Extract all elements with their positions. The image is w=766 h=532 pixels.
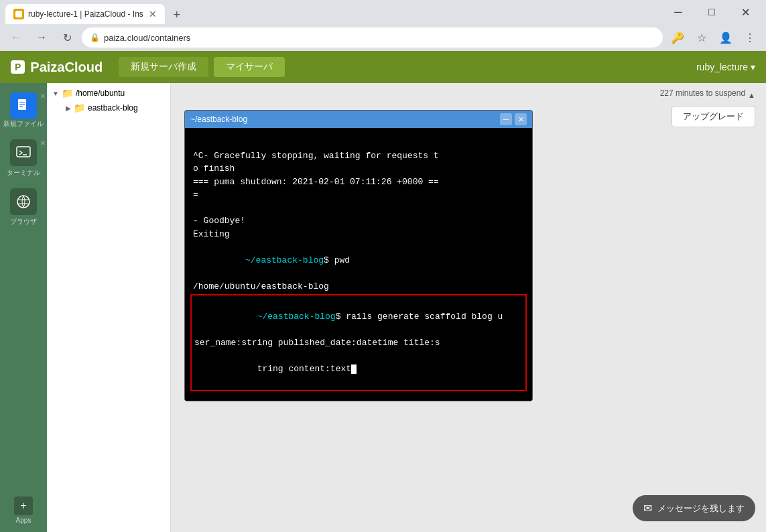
terminal-body[interactable]: ^C- Gracefully stopping, waiting for req…	[185, 128, 532, 401]
window-controls: ─ □ ✕	[663, 2, 761, 22]
forward-button[interactable]: →	[31, 27, 52, 48]
user-menu[interactable]: ruby_lecture ▾	[696, 62, 755, 72]
terminal-line-3: o finish	[193, 162, 524, 176]
paiza-logo-text: PaizaCloud	[30, 60, 103, 75]
more-options-icon[interactable]: ⋮	[739, 27, 761, 48]
svg-rect-1	[19, 102, 25, 103]
terminal-cursor	[351, 364, 357, 374]
browser-chrome: ruby-lecture-1 | PaizaCloud - Ins ✕ + ─ …	[0, 0, 766, 51]
terminal-prompt-1: ~/eastback-blog$ pwd	[193, 241, 524, 280]
restore-button[interactable]: □	[696, 2, 727, 22]
toolbar-icons: 🔑 ☆ 👤 ⋮	[667, 27, 761, 48]
sidebar-item-active[interactable]: 新規ファイル ✕	[0, 88, 47, 133]
terminal-line-7: - Goodbye!	[193, 214, 524, 228]
active-tab[interactable]: ruby-lecture-1 | PaizaCloud - Ins ✕	[5, 4, 165, 24]
terminal-titlebar: ~/eastback-blog ─ ✕	[185, 111, 532, 128]
star-icon[interactable]: ☆	[691, 27, 712, 48]
terminal-window: ~/eastback-blog ─ ✕ ^C- Gracefully stopp…	[184, 110, 533, 401]
terminal-line-1	[193, 136, 524, 149]
svg-point-6	[17, 196, 29, 208]
terminal-line-5: =	[193, 188, 524, 202]
tab-title: ruby-lecture-1 | PaizaCloud - Ins	[28, 9, 143, 19]
file-tree-blog[interactable]: ▶ 📁 eastback-blog	[47, 101, 170, 115]
message-button-label: メッセージを残します	[657, 503, 745, 515]
sidebar-browser-label: ブラウザ	[10, 217, 37, 226]
dropdown-chevron-icon: ▾	[751, 62, 755, 72]
terminal-cmd-2-line1: ~/eastback-blog$ rails generate scaffold…	[194, 297, 523, 336]
file-tree-panel: ▼ 📁 /home/ubuntu ▶ 📁 eastback-blog	[47, 83, 171, 532]
sidebar-item-terminal[interactable]: ターミナル ✕	[0, 135, 47, 182]
terminal-line-6	[193, 202, 524, 215]
browser-toolbar: ← → ↻ 🔒 paiza.cloud/containers 🔑 ☆ 👤 ⋮	[0, 24, 766, 51]
close-button[interactable]: ✕	[730, 2, 761, 22]
user-name: ruby_lecture	[696, 62, 748, 72]
upgrade-button[interactable]: アップグレード	[672, 106, 755, 127]
terminal-output-1: /home/ubuntu/eastback-blog	[193, 280, 524, 293]
my-server-button[interactable]: マイサーバ	[214, 57, 285, 77]
blog-folder-label: eastback-blog	[88, 103, 138, 113]
terminal-line-4: === puma shutdown: 2021-02-01 07:11:26 +…	[193, 176, 524, 189]
tree-collapsed-arrow: ▶	[66, 105, 71, 112]
apps-label: Apps	[16, 517, 31, 524]
browser-icon-box	[10, 188, 37, 215]
terminal-highlighted-cmd: ~/eastback-blog$ rails generate scaffold…	[190, 294, 527, 391]
apps-plus-icon: +	[14, 496, 33, 515]
terminal-icon	[15, 145, 31, 161]
sidebar-terminal-label: ターミナル	[7, 168, 40, 178]
paiza-logo-icon: P	[11, 60, 25, 74]
tab-favicon	[13, 9, 24, 19]
paiza-logo: P PaizaCloud	[11, 60, 103, 75]
suspend-timer: 227 minutes to suspend	[660, 88, 745, 98]
refresh-button[interactable]: ↻	[56, 27, 78, 48]
tree-expand-arrow: ▼	[52, 90, 59, 97]
svg-rect-3	[19, 106, 23, 107]
terminal-close-button[interactable]: ✕	[515, 113, 527, 125]
browser-titlebar: ruby-lecture-1 | PaizaCloud - Ins ✕ + ─ …	[0, 0, 766, 24]
terminal-cmd-2-line3: tring content:text	[194, 349, 523, 389]
address-bar[interactable]: 🔒 paiza.cloud/containers	[82, 27, 663, 48]
minimize-button[interactable]: ─	[663, 2, 694, 22]
terminal-cmd-2: $ rails generate scaffold blog u	[336, 312, 503, 322]
terminal-icon-box	[10, 139, 37, 166]
browser-tabs: ruby-lecture-1 | PaizaCloud - Ins ✕ +	[5, 0, 186, 24]
paiza-nav: P PaizaCloud 新規サーバ作成 マイサーバ ruby_lecture …	[0, 51, 766, 83]
terminal-window-title: ~/eastback-blog	[190, 115, 247, 124]
sidebar-apps-button[interactable]: + Apps	[14, 496, 33, 524]
sidebar-close-x[interactable]: ✕	[40, 92, 46, 100]
address-text: paiza.cloud/containers	[104, 33, 190, 43]
home-folder-icon: 📁	[62, 88, 73, 98]
terminal-minimize-button[interactable]: ─	[500, 113, 512, 125]
message-button[interactable]: ✉ メッセージを残します	[633, 495, 755, 521]
terminal-window-controls: ─ ✕	[500, 113, 527, 125]
envelope-icon: ✉	[643, 502, 652, 515]
content-area: 227 minutes to suspend ▲ アップグレード ~/eastb…	[171, 83, 766, 532]
document-icon	[15, 98, 31, 114]
terminal-prompt-2: ~/eastback-blog	[257, 312, 336, 322]
file-tree-home[interactable]: ▼ 📁 /home/ubuntu	[47, 86, 170, 101]
sidebar-item-browser[interactable]: ブラウザ	[0, 184, 47, 230]
new-server-button[interactable]: 新規サーバ作成	[119, 57, 208, 77]
tab-favicon-inner	[15, 11, 22, 17]
back-button[interactable]: ←	[5, 27, 27, 48]
svg-rect-2	[19, 104, 25, 105]
terminal-prompt-path-1: ~/eastback-blog	[245, 255, 324, 265]
terminal-cmd-2-line2: ser_name:string published_date:datetime …	[194, 336, 523, 350]
active-item-icon	[10, 92, 37, 119]
home-folder-label: /home/ubuntu	[76, 88, 125, 98]
sidebar-new-file-label: 新規ファイル	[3, 119, 44, 129]
tab-close-button[interactable]: ✕	[149, 9, 157, 19]
security-lock-icon: 🔒	[90, 33, 100, 42]
sidebar-terminal-close[interactable]: ✕	[40, 139, 46, 147]
key-icon[interactable]: 🔑	[667, 27, 688, 48]
chevron-up-icon: ▲	[748, 91, 755, 99]
new-tab-button[interactable]: +	[168, 5, 186, 24]
blog-folder-icon: 📁	[74, 103, 85, 113]
terminal-cmd-1: $ pwd	[324, 255, 350, 265]
account-icon[interactable]: 👤	[715, 27, 737, 48]
top-right-info: 227 minutes to suspend ▲ アップグレード	[660, 88, 755, 127]
sidebar: 新規ファイル ✕ ターミナル ✕	[0, 83, 47, 532]
terminal-line-8: Exiting	[193, 228, 524, 241]
terminal-line-2: ^C- Gracefully stopping, waiting for req…	[193, 149, 524, 163]
globe-icon	[15, 194, 31, 210]
main-area: 新規ファイル ✕ ターミナル ✕	[0, 83, 766, 532]
